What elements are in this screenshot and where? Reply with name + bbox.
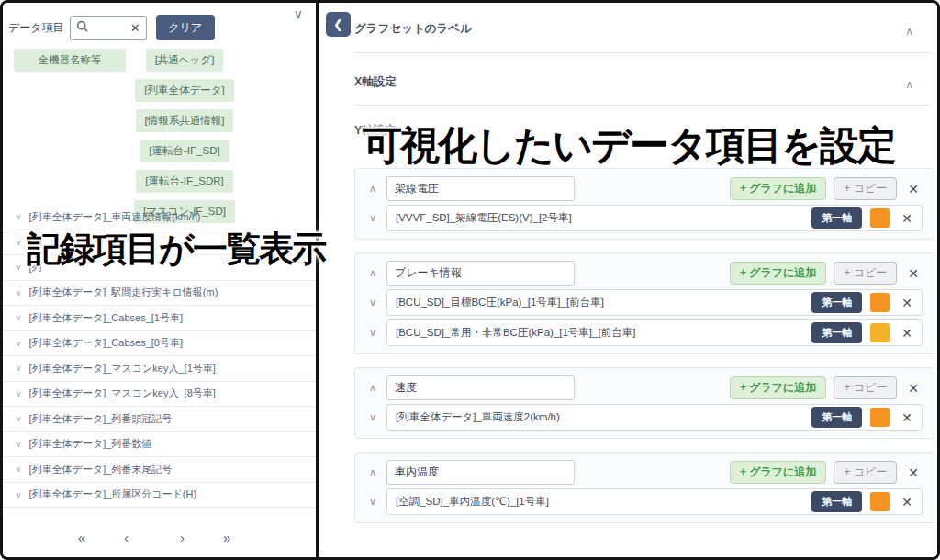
add-to-graph-button[interactable]: + グラフに追加 — [730, 262, 826, 285]
list-item[interactable]: ∨ [列車全体データ]_列番頭冠記号 — [3, 407, 316, 432]
list-item[interactable]: ∨ [列車全体データ]_Cabses_[8号車] — [3, 331, 316, 357]
series-list: ∨ [BCU_SD]_目標BC圧(kPa)_[1号車]_[前台車] 第一軸 ✕ — [363, 287, 926, 348]
category-button[interactable]: [情報系共通情報] — [136, 109, 234, 132]
move-down-icon[interactable]: ∨ — [366, 496, 379, 508]
next-page-icon[interactable]: › — [154, 530, 210, 545]
move-down-icon[interactable]: ∨ — [366, 411, 379, 423]
list-item[interactable]: ∨ [列車全体データ]_マスコンkey入_[8号車] — [3, 382, 316, 408]
series-row: ∨ [VVVF_SD]_架線電圧(ES)(V)_[2号車] 第一軸 ✕ — [363, 203, 926, 233]
axis-badge[interactable]: 第一軸 — [811, 407, 862, 428]
list-item[interactable]: ∨ [列車全体データ]_所属区分コード(H) — [3, 483, 316, 509]
group-label-input[interactable] — [386, 460, 575, 485]
copy-button[interactable]: + コピー — [834, 376, 897, 399]
chevron-down-icon: ∨ — [16, 339, 22, 348]
list-item[interactable]: ∨ [列車全体データ]_駅間走行実キロ情報(m) — [3, 281, 316, 307]
remove-group-icon[interactable]: ✕ — [904, 465, 923, 480]
clear-button[interactable]: クリア — [156, 15, 215, 40]
axis-badge[interactable]: 第一軸 — [811, 207, 862, 229]
remove-series-icon[interactable]: ✕ — [898, 296, 916, 310]
series-row: ∨ [列車全体データ]_車両速度2(km/h) 第一軸 ✕ — [363, 402, 926, 432]
sidebar-collapse-chevron-icon[interactable]: ∨ — [294, 6, 303, 21]
series-list: ∨ [空調_SD]_車内温度(℃)_[1号車] 第一軸 ✕ — [363, 487, 926, 517]
move-down-icon[interactable]: ∨ — [366, 212, 379, 224]
series-row: ∨ [BCU_SD]_常用・非常BC圧(kPa)_[1号車]_[前台車] 第一軸… — [363, 318, 926, 348]
series-row: ∨ [BCU_SD]_目標BC圧(kPa)_[1号車]_[前台車] 第一軸 ✕ — [363, 287, 926, 318]
copy-button[interactable]: + コピー — [834, 461, 897, 484]
section-title-graph-set-label: グラフセットのラベル — [354, 21, 472, 37]
graph-group-card: ∧ + グラフに追加 + コピー ✕ ∨ — [354, 168, 934, 240]
prev-page-icon[interactable]: ‹ — [98, 530, 154, 545]
group-label-input[interactable] — [386, 375, 575, 400]
move-up-icon[interactable]: ∧ — [366, 267, 379, 279]
chevron-down-icon: ∨ — [16, 288, 22, 297]
chevron-down-icon: ∨ — [16, 212, 22, 221]
remove-group-icon[interactable]: ✕ — [904, 381, 923, 396]
pagination: « ‹ › » — [3, 530, 306, 545]
sidebar-toolbar: データ項目 ✕ クリア — [8, 14, 311, 41]
series-item[interactable]: [列車全体データ]_車両速度2(km/h) 第一軸 ✕ — [386, 404, 923, 431]
list-item-label: [列車全体データ]_Cabses_[8号車] — [29, 336, 183, 350]
chevron-down-icon: ∨ — [16, 490, 22, 499]
search-input[interactable]: ✕ — [70, 16, 147, 40]
series-name: [空調_SD]_車内温度(℃)_[1号車] — [396, 495, 803, 509]
list-item-label: [列車全体データ]_マスコンkey入_[1号車] — [29, 362, 216, 375]
list-item[interactable]: ∨ [列車全体データ]_Cabses_[1号車] — [3, 306, 316, 331]
first-page-icon[interactable]: « — [65, 530, 98, 545]
last-page-icon[interactable]: » — [210, 530, 243, 545]
list-item-label: [列車全体データ]_駅間走行実キロ情報(m) — [29, 286, 218, 299]
color-swatch[interactable] — [870, 492, 890, 511]
y-axis-group-list: ∧ + グラフに追加 + コピー ✕ ∨ — [354, 168, 934, 523]
list-item[interactable]: ∨ [列車全体データ]_マスコンkey入_[1号車] — [3, 356, 316, 382]
category-button[interactable]: [運転台-IF_SD] — [140, 140, 229, 162]
remove-series-icon[interactable]: ✕ — [898, 326, 916, 341]
remove-group-icon[interactable]: ✕ — [904, 266, 923, 281]
category-button[interactable]: [共通ヘッダ] — [146, 49, 224, 72]
add-to-graph-button[interactable]: + グラフに追加 — [730, 376, 826, 399]
remove-series-icon[interactable]: ✕ — [898, 410, 916, 425]
color-swatch[interactable] — [870, 208, 890, 228]
category-button[interactable]: [運転台-IF_SDR] — [136, 170, 233, 193]
remove-group-icon[interactable]: ✕ — [904, 182, 923, 196]
series-item[interactable]: [BCU_SD]_目標BC圧(kPa)_[1号車]_[前台車] 第一軸 ✕ — [386, 289, 923, 316]
series-name: [VVVF_SD]_架線電圧(ES)(V)_[2号車] — [396, 211, 803, 225]
group-label-row: ∧ + グラフに追加 + コピー ✕ — [363, 374, 926, 402]
move-down-icon[interactable]: ∨ — [366, 297, 379, 308]
collapse-section-icon[interactable]: ∧ — [905, 78, 913, 91]
add-to-graph-button[interactable]: + グラフに追加 — [730, 177, 826, 200]
axis-badge[interactable]: 第一軸 — [811, 491, 862, 512]
series-item[interactable]: [BCU_SD]_常用・非常BC圧(kPa)_[1号車]_[前台車] 第一軸 ✕ — [386, 319, 923, 346]
axis-badge[interactable]: 第一軸 — [811, 322, 862, 343]
search-clear-icon[interactable]: ✕ — [130, 21, 140, 35]
move-down-icon[interactable]: ∨ — [366, 327, 379, 339]
divider — [354, 52, 930, 53]
series-item[interactable]: [空調_SD]_車内温度(℃)_[1号車] 第一軸 ✕ — [386, 488, 923, 515]
category-button[interactable]: [列車全体データ] — [135, 79, 233, 102]
list-item[interactable]: ∨ [列車全体データ]_列番数値 — [3, 432, 316, 458]
remove-series-icon[interactable]: ✕ — [898, 495, 916, 510]
move-up-icon[interactable]: ∧ — [366, 382, 379, 394]
annotation-record-items: 記録項目が一覧表示 — [27, 226, 325, 273]
move-up-icon[interactable]: ∧ — [366, 466, 379, 478]
series-list: ∨ [VVVF_SD]_架線電圧(ES)(V)_[2号車] 第一軸 ✕ — [363, 203, 926, 233]
collapse-section-icon[interactable]: ∧ — [905, 25, 913, 38]
move-up-icon[interactable]: ∧ — [366, 183, 379, 195]
color-swatch[interactable] — [870, 323, 890, 342]
add-to-graph-button[interactable]: + グラフに追加 — [730, 461, 826, 484]
graph-group-card: ∧ + グラフに追加 + コピー ✕ ∨ — [354, 252, 934, 354]
color-swatch[interactable] — [870, 293, 890, 312]
collapse-panel-button[interactable]: ❮ — [326, 12, 351, 37]
list-item[interactable]: ∨ [列車全体データ]_列番末尾記号 — [3, 457, 316, 483]
series-item[interactable]: [VVVF_SD]_架線電圧(ES)(V)_[2号車] 第一軸 ✕ — [386, 205, 923, 231]
list-item-label: [列車全体データ]_列番末尾記号 — [29, 463, 173, 476]
copy-button[interactable]: + コピー — [834, 177, 897, 200]
series-name: [BCU_SD]_常用・非常BC圧(kPa)_[1号車]_[前台車] — [396, 326, 803, 340]
category-root-button[interactable]: 全機器名称等 — [14, 49, 126, 72]
series-list: ∨ [列車全体データ]_車両速度2(km/h) 第一軸 ✕ — [363, 402, 926, 432]
list-item-label: [列車全体データ]_列番頭冠記号 — [29, 412, 173, 426]
copy-button[interactable]: + コピー — [834, 262, 897, 285]
group-label-input[interactable] — [386, 176, 575, 201]
color-swatch[interactable] — [870, 408, 890, 427]
remove-series-icon[interactable]: ✕ — [898, 211, 916, 226]
axis-badge[interactable]: 第一軸 — [811, 292, 862, 313]
group-label-input[interactable] — [386, 261, 575, 286]
